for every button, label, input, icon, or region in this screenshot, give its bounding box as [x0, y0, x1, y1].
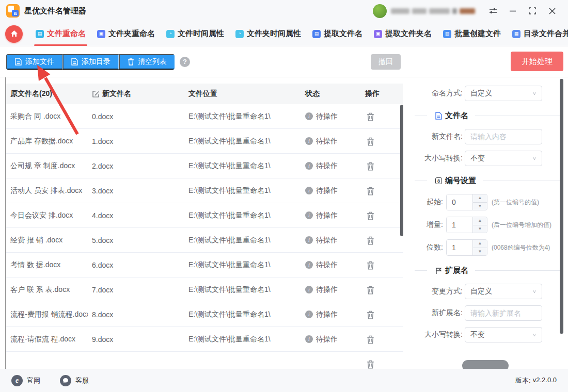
chevron-down-icon: ∨: [532, 156, 537, 161]
start-number-note: (第一位编号的值): [492, 198, 539, 207]
cell-status: i 待操作: [301, 161, 361, 171]
app-logo-icon: a: [6, 4, 20, 18]
case-convert-select[interactable]: 不变 ∨: [465, 151, 542, 166]
settings-sliders-icon[interactable]: [483, 3, 503, 19]
delete-row-button[interactable]: [365, 358, 376, 369]
start-number-label: 起始:: [413, 198, 443, 207]
tab-批量创建文件[interactable]: ▥ 批量创建文件: [437, 22, 507, 46]
panel-scrollbar[interactable]: [560, 79, 563, 334]
cell-original-name: 活动人 员安 排表.docx: [6, 186, 88, 195]
ext-mode-select[interactable]: 自定义 ∨: [465, 284, 542, 299]
spin-down-button[interactable]: ▼: [473, 203, 487, 210]
title-bar: a 星优文件名管理器: [0, 0, 568, 22]
minimize-button[interactable]: [503, 3, 523, 19]
home-button[interactable]: [5, 25, 23, 43]
cell-location: E:\测试文件\批量重命名1\: [184, 285, 301, 295]
cell-action: [361, 136, 403, 147]
cell-original-name: 今日会议安 排.docx: [6, 211, 88, 220]
cell-status: i 待操作: [301, 137, 361, 146]
cell-new-name: 4.docx: [88, 211, 184, 220]
website-link[interactable]: e 官网: [11, 375, 40, 386]
delete-row-button[interactable]: [365, 185, 376, 197]
digits-label: 位数:: [413, 243, 443, 252]
column-action: 操作: [361, 89, 403, 99]
tab-文件重命名[interactable]: ▤ 文件重命名: [30, 22, 91, 46]
column-new-name: 新文件名: [88, 89, 184, 99]
help-icon[interactable]: ?: [180, 57, 190, 67]
naming-mode-select[interactable]: 自定义 ∨: [465, 86, 542, 101]
spin-up-button[interactable]: ▲: [473, 240, 487, 248]
new-filename-input[interactable]: [465, 129, 542, 144]
delete-row-button[interactable]: [365, 160, 376, 172]
close-button[interactable]: [542, 3, 562, 19]
clear-list-button[interactable]: 清空列表: [119, 54, 175, 70]
folder-time-icon: ◔: [235, 30, 244, 38]
new-ext-input[interactable]: [465, 305, 542, 321]
cell-new-name: 3.docx: [88, 187, 184, 195]
cell-original-name: 经费 报 销 .docx: [6, 236, 88, 245]
cell-status: i 待操作: [301, 236, 361, 245]
delete-row-button[interactable]: [365, 334, 376, 345]
undo-button[interactable]: 撤回: [371, 54, 401, 70]
spin-down-button[interactable]: ▼: [473, 225, 487, 233]
delete-row-button[interactable]: [365, 259, 376, 271]
table-row: 公司规 章 制度.docx 2.docx E:\测试文件\批量重命名1\ i 待…: [6, 154, 403, 178]
column-status: 状态: [301, 89, 361, 99]
tab-文件夹重命名[interactable]: ▣ 文件夹重命名: [91, 22, 161, 46]
cell-new-name: 8.docx: [88, 311, 184, 319]
cell-location: E:\测试文件\批量重命名1\: [184, 335, 301, 344]
ext-case-label: 大小写转换:: [408, 330, 463, 339]
cell-status: i 待操作: [301, 186, 361, 195]
footer: e 官网 客服 版本: v2.2.0.0: [0, 369, 568, 392]
cell-location: E:\测试文件\批量重命名1\: [184, 186, 301, 195]
delete-row-button[interactable]: [365, 111, 376, 122]
spin-down-button[interactable]: ▼: [473, 248, 487, 256]
support-link[interactable]: 客服: [60, 375, 89, 386]
maximize-button[interactable]: [523, 3, 542, 19]
delete-row-button[interactable]: [365, 284, 376, 296]
start-number-stepper: 0 ▲ ▼: [446, 194, 487, 210]
delete-row-button[interactable]: [365, 210, 376, 221]
chevron-down-icon: ∨: [532, 289, 537, 294]
spin-up-button[interactable]: ▲: [473, 217, 487, 225]
user-avatar[interactable]: [373, 4, 387, 18]
spin-up-button[interactable]: ▲: [473, 194, 487, 203]
tab-bar: ▤ 文件重命名 ▣ 文件夹重命名 ◔ 文件时间属性 ◔ 文件夹时间属性 ▤ 提取…: [0, 22, 568, 46]
batch-create-icon: ▥: [443, 30, 451, 38]
table-body: 采购合 同 .docx 0.docx E:\测试文件\批量重命名1\ i 待操作…: [6, 104, 403, 369]
merge-extract-icon: ▦: [512, 30, 520, 38]
tab-提取文件名[interactable]: ▤ 提取文件名: [307, 22, 368, 46]
delete-row-button[interactable]: [365, 136, 376, 147]
ext-case-select[interactable]: 不变 ∨: [465, 327, 542, 342]
chat-icon: [60, 375, 71, 386]
trash-icon: [366, 310, 375, 319]
tab-提取文件夹名[interactable]: ▣ 提取文件夹名: [368, 22, 437, 46]
delete-row-button[interactable]: [365, 235, 376, 246]
version-text: 版本: v2.2.0.0: [515, 376, 557, 385]
info-icon: i: [305, 286, 313, 293]
new-filename-label: 新文件名:: [408, 132, 463, 141]
cell-action: [361, 160, 403, 172]
trash-icon: [366, 186, 375, 195]
cell-original-name: 流程-费用报 销流程.docx: [6, 310, 88, 319]
tab-文件夹时间属性[interactable]: ◔ 文件夹时间属性: [230, 22, 307, 46]
tab-目录文件合并/提取[interactable]: ▦ 目录文件合并/提取: [507, 22, 568, 46]
start-process-button[interactable]: 开始处理: [511, 52, 563, 71]
add-directory-button[interactable]: 添加目录: [62, 54, 119, 70]
trash-icon: [366, 285, 375, 295]
cell-original-name: 客户 联 系 表.docx: [6, 285, 88, 295]
cell-action: [361, 334, 403, 345]
section-filename: 文件名: [415, 111, 568, 121]
info-icon: i: [305, 335, 313, 343]
cell-new-name: 5.docx: [88, 236, 184, 244]
delete-row-button[interactable]: [365, 309, 376, 320]
tab-文件时间属性[interactable]: ◔ 文件时间属性: [161, 22, 230, 46]
section-extension: 扩展名: [415, 266, 568, 275]
file-icon: [15, 58, 22, 66]
column-location: 文件位置: [184, 89, 301, 99]
table-header: 原文件名(20) 新文件名 文件位置 状态 操作: [6, 84, 403, 104]
table-scrollbar[interactable]: [400, 105, 403, 236]
file-icon: [435, 112, 442, 120]
add-file-button[interactable]: 添加文件: [6, 54, 62, 70]
table-row: 采购合 同 .docx 0.docx E:\测试文件\批量重命名1\ i 待操作: [6, 104, 403, 129]
